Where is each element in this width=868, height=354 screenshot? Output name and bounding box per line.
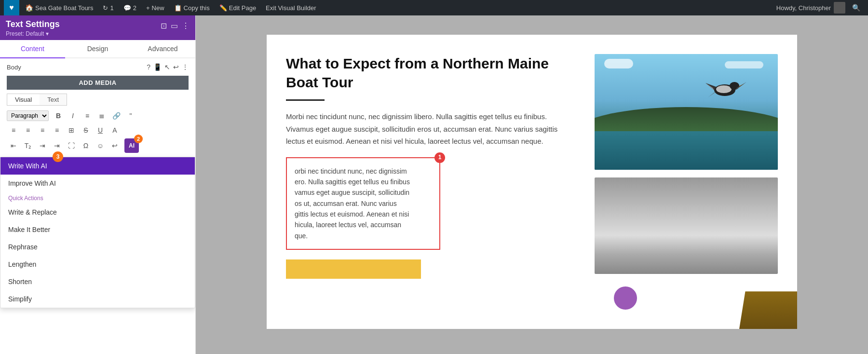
bold-btn[interactable]: B	[52, 109, 65, 122]
mobile-icon[interactable]: 📱	[153, 63, 162, 71]
howdy-label: Howdy, Christopher	[776, 4, 831, 12]
shorten-item[interactable]: Shorten	[0, 273, 195, 290]
write-with-ai-item[interactable]: Write With AI	[0, 157, 195, 175]
badge-3: 3	[53, 151, 63, 162]
strikethrough-btn[interactable]: S	[79, 124, 93, 136]
body-label: Body	[7, 64, 21, 71]
main-content: What to Expect from a Northern Maine Boa…	[196, 15, 868, 354]
write-replace-item[interactable]: Write & Replace	[0, 204, 195, 221]
ordered-list-btn[interactable]: ≣	[95, 109, 108, 122]
selected-text-content: orbi nec tincidunt nunc, nec dignissim e…	[295, 166, 432, 242]
wp-logo[interactable]: ♥	[4, 0, 19, 15]
redo-btn[interactable]: ↩	[108, 139, 122, 152]
sidebar-preset[interactable]: Preset: Default ▾	[6, 30, 60, 37]
menu-dots-icon[interactable]: ⋮	[182, 63, 189, 71]
underline-btn[interactable]: U	[94, 124, 107, 136]
duck-svg	[701, 73, 749, 102]
yellow-bar	[286, 259, 421, 279]
revisions-icon: ↻	[103, 4, 108, 12]
revisions-count: 1	[110, 4, 113, 12]
align-right-btn[interactable]: ≡	[36, 124, 49, 136]
ai-dropdown-menu: 3 Write With AI Improve With AI Quick Ac…	[0, 157, 195, 308]
tab-content[interactable]: Content	[0, 40, 65, 58]
site-icon: 🏠	[25, 4, 33, 12]
indent-btn[interactable]: ⇤	[7, 139, 20, 152]
undo-icon[interactable]: ↩	[173, 63, 179, 71]
comments-item[interactable]: 💬 2	[120, 0, 140, 15]
make-it-better-item[interactable]: Make It Better	[0, 221, 195, 238]
purple-circle	[614, 286, 637, 310]
svg-point-1	[716, 85, 732, 93]
cursor-icon[interactable]: ↖	[164, 63, 170, 71]
search-icon[interactable]: 🔍	[848, 4, 864, 12]
badge-1: 1	[434, 152, 445, 163]
howdy-section: Howdy, Christopher 🔍	[776, 2, 864, 14]
dock-image	[595, 177, 778, 274]
selected-text-box: orbi nec tincidunt nunc, nec dignissim e…	[286, 157, 440, 250]
indent2-btn[interactable]: ⇥	[50, 139, 64, 152]
outdent-btn[interactable]: ⇥	[36, 139, 49, 152]
site-name-label: Sea Gate Boat Tours	[35, 4, 93, 12]
avatar	[834, 2, 845, 14]
duck-image	[595, 54, 778, 170]
editor-mode-tabs: Visual Text	[7, 94, 67, 106]
text-mode-tab[interactable]: Text	[40, 94, 67, 105]
omega-btn[interactable]: Ω	[79, 139, 93, 152]
article-divider	[286, 99, 325, 101]
help-icon[interactable]: ?	[147, 63, 150, 71]
sidebar-title: Text Settings	[6, 19, 60, 29]
body-label-row: Body ? 📱 ↖ ↩ ⋮	[0, 58, 195, 73]
edit-page-label: Edit Page	[229, 4, 256, 12]
revisions-item[interactable]: ↻ 1	[99, 0, 117, 15]
sidebar-header: Text Settings Preset: Default ▾ ⊡ ▭ ⋮	[0, 15, 195, 40]
rephrase-item[interactable]: Rephrase	[0, 238, 195, 256]
subscript-btn[interactable]: T₂	[21, 139, 35, 152]
page-content: What to Expect from a Northern Maine Boa…	[267, 35, 797, 329]
article-layout: What to Expect from a Northern Maine Boa…	[286, 54, 778, 310]
emoji-btn[interactable]: ☺	[94, 139, 107, 152]
align-justify-btn[interactable]: ≡	[50, 124, 64, 136]
link-btn[interactable]: 🔗	[109, 109, 123, 122]
exit-visual-builder[interactable]: Exit Visual Builder	[262, 4, 320, 12]
improve-with-ai-item[interactable]: Improve With AI	[0, 175, 195, 192]
fullscreen-btn[interactable]: ⛶	[65, 139, 78, 152]
sidebar-header-icons: ⊡ ▭ ⋮	[161, 21, 190, 30]
badge-2: 2	[134, 135, 143, 143]
site-name-item[interactable]: 🏠 Sea Gate Boat Tours	[21, 0, 97, 15]
resize-icon[interactable]: ⊡	[161, 21, 167, 30]
copy-this-item[interactable]: 📋 Copy this	[170, 0, 214, 15]
paragraph-select[interactable]: Paragraph	[7, 110, 49, 121]
simplify-item[interactable]: Simplify	[0, 290, 195, 308]
expand-icon[interactable]: ▭	[171, 21, 178, 30]
copy-icon: 📋	[174, 4, 182, 12]
article-body: Morbi nec tincidunt nunc, nec dignissim …	[286, 110, 575, 148]
comments-icon: 💬	[123, 4, 131, 12]
lengthen-item[interactable]: Lengthen	[0, 256, 195, 273]
new-item[interactable]: + New	[142, 0, 168, 15]
align-center-btn[interactable]: ≡	[21, 124, 35, 136]
unordered-list-btn[interactable]: ≡	[81, 109, 94, 122]
quick-actions-label: Quick Actions	[0, 192, 195, 204]
new-label: New	[152, 4, 164, 12]
tab-advanced[interactable]: Advanced	[130, 40, 195, 57]
table-btn[interactable]: ⊞	[65, 124, 78, 136]
visual-mode-tab[interactable]: Visual	[7, 94, 40, 105]
svg-point-2	[730, 82, 739, 90]
edit-icon: ✏️	[219, 4, 227, 12]
article-left: What to Expect from a Northern Maine Boa…	[286, 54, 575, 310]
toolbar-row-3: ⇤ T₂ ⇥ ⇥ ⛶ Ω ☺ ↩ AI 2	[0, 137, 195, 154]
more-icon[interactable]: ⋮	[182, 21, 190, 30]
toolbar-row-1: Paragraph B I ≡ ≣ 🔗 "	[0, 109, 195, 123]
comments-count: 2	[133, 4, 136, 12]
add-media-button[interactable]: ADD MEDIA	[7, 76, 189, 90]
article-title: What to Expect from a Northern Maine Boa…	[286, 54, 575, 92]
color-btn[interactable]: A	[108, 124, 122, 136]
sidebar: Text Settings Preset: Default ▾ ⊡ ▭ ⋮ Co…	[0, 15, 196, 354]
italic-btn[interactable]: I	[66, 109, 80, 122]
tab-design[interactable]: Design	[65, 40, 130, 57]
edit-page-item[interactable]: ✏️ Edit Page	[216, 0, 260, 15]
article-right	[595, 54, 778, 310]
align-left-btn[interactable]: ≡	[7, 124, 20, 136]
sidebar-tabs: Content Design Advanced	[0, 40, 195, 58]
blockquote-btn[interactable]: "	[124, 109, 137, 122]
